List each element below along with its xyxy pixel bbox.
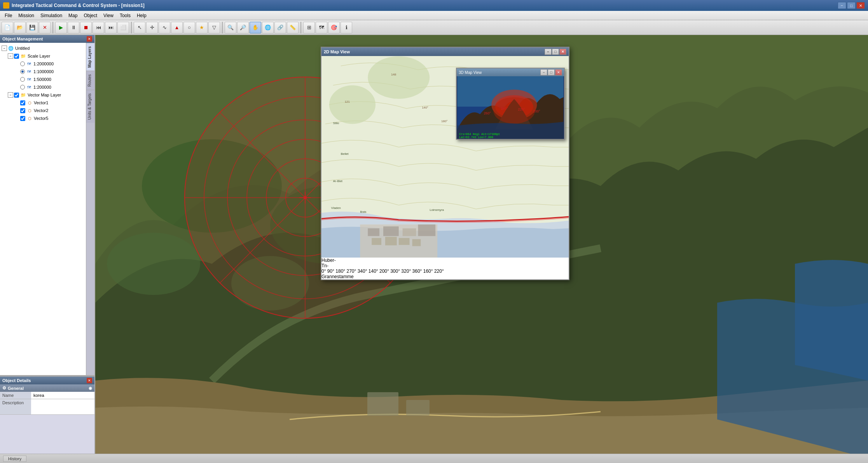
vector1-check[interactable] xyxy=(20,100,25,105)
cursor-button[interactable]: ↖ xyxy=(134,22,145,33)
vector5-node[interactable]: ⬡ Vector5 xyxy=(0,114,86,122)
vector2-node[interactable]: ⬡ Vector2 xyxy=(0,107,86,114)
scale-layer-expander[interactable]: − xyxy=(8,53,13,59)
svg-text:240°: 240° xyxy=(501,107,508,110)
minimize-button[interactable]: − xyxy=(838,2,846,9)
menu-map[interactable]: Map xyxy=(65,11,80,20)
tactical-maximize[interactable]: □ xyxy=(552,49,559,55)
scale-200000-label: 1:200000 xyxy=(33,85,51,89)
units-button[interactable]: ⊞ xyxy=(303,22,315,33)
svg-text:Vladen: Vladen xyxy=(331,206,341,210)
map-area[interactable]: 2D Map View − □ ✕ 3D Map View − xyxy=(95,35,868,454)
delete-button[interactable]: ✕ xyxy=(39,22,51,33)
map3d-minimize[interactable]: − xyxy=(540,69,547,75)
layer-200000-icon: 🗺 xyxy=(26,84,32,90)
scale-1000000-node[interactable]: 🗺 1:1000000 xyxy=(0,68,86,75)
menu-simulation[interactable]: Simulation xyxy=(37,11,65,20)
line-button[interactable]: ∿ xyxy=(159,22,170,33)
object-management-title: Object Management ✕ xyxy=(0,35,94,43)
save-button[interactable]: 💾 xyxy=(26,22,38,33)
circle-button[interactable]: ○ xyxy=(183,22,195,33)
rewind-button[interactable]: ⏮ xyxy=(93,22,104,33)
title-bar: Integrated Tactical Command & Control Sy… xyxy=(0,0,868,11)
ruler-button[interactable]: 📏 xyxy=(287,22,299,33)
tactical-window-title[interactable]: 2D Map View − □ ✕ xyxy=(321,47,569,56)
stop-button[interactable]: ⏹ xyxy=(80,22,92,33)
tactical-overlay-window[interactable]: 2D Map View − □ ✕ 3D Map View − xyxy=(321,47,569,280)
pause-button[interactable]: ⏸ xyxy=(68,22,79,33)
vector2-check[interactable] xyxy=(20,108,25,113)
star-button[interactable]: ★ xyxy=(196,22,208,33)
vector1-label: Vector1 xyxy=(34,100,48,105)
menu-file[interactable]: File xyxy=(2,11,15,20)
svg-text:Brats: Brats xyxy=(360,210,367,213)
svg-rect-44 xyxy=(385,237,397,246)
description-field-value xyxy=(31,399,94,415)
menu-help[interactable]: Help xyxy=(134,11,150,20)
map3d-window[interactable]: 3D Map View − □ ✕ xyxy=(456,68,565,140)
menu-bar: File Mission Simulation Map Object View … xyxy=(0,11,868,20)
vector-folder-icon: 📁 xyxy=(20,92,26,98)
vector-layer-check[interactable] xyxy=(14,93,19,98)
scale-1000000-radio[interactable] xyxy=(20,69,25,74)
new-button[interactable]: 📄 xyxy=(2,22,13,33)
cross-button[interactable]: ✛ xyxy=(146,22,158,33)
menu-object[interactable]: Object xyxy=(80,11,100,20)
scale-layer-check[interactable] xyxy=(14,54,19,59)
tab-units-targets[interactable]: Units & Targets xyxy=(86,90,94,123)
pan-button[interactable]: ✋ xyxy=(250,22,261,33)
measure-button[interactable]: ▲ xyxy=(171,22,183,33)
tab-map-layers[interactable]: Map Layers xyxy=(86,43,94,71)
info-button[interactable]: ℹ xyxy=(341,22,352,33)
globe-button[interactable]: 🌐 xyxy=(262,22,274,33)
tree-root[interactable]: − 🌐 Untitled xyxy=(0,44,86,52)
scale-500000-label: 1:500000 xyxy=(33,77,51,82)
object-details-close[interactable]: ✕ xyxy=(87,378,92,383)
vector5-check[interactable] xyxy=(20,116,25,121)
menu-view[interactable]: View xyxy=(100,11,117,20)
vector1-node[interactable]: ⬡ Vector1 xyxy=(0,99,86,107)
object-management-close[interactable]: ✕ xyxy=(87,36,92,42)
zoom-out-button[interactable]: 🔎 xyxy=(237,22,249,33)
toolbar: 📄 📂 💾 ✕ ▶ ⏸ ⏹ ⏮ ⏭ ⬜ ↖ ✛ ∿ ▲ ○ ★ ▽ 🔍 🔎 ✋ … xyxy=(0,20,868,35)
root-expander[interactable]: − xyxy=(2,46,7,51)
vector-layer-node[interactable]: − 📁 Vector Map Layer xyxy=(0,91,86,99)
record-button[interactable]: ⬜ xyxy=(117,22,129,33)
section-expand-icon[interactable]: ◉ xyxy=(89,386,92,390)
menu-tools[interactable]: Tools xyxy=(117,11,134,20)
tactical-map-content[interactable]: 3D Map View − □ ✕ xyxy=(321,56,569,258)
scale-200000-radio[interactable] xyxy=(20,85,25,89)
link-button[interactable]: 🔗 xyxy=(274,22,286,33)
play-button[interactable]: ▶ xyxy=(55,22,67,33)
tactical-close[interactable]: ✕ xyxy=(559,49,566,55)
target-button[interactable]: 🎯 xyxy=(328,22,340,33)
zoom-in-button[interactable]: 🔍 xyxy=(225,22,236,33)
map3d-close[interactable]: ✕ xyxy=(555,69,562,75)
svg-text:148: 148 xyxy=(391,73,396,76)
object-tree[interactable]: − 🌐 Untitled − 📁 Scale Layer xyxy=(0,43,86,375)
scale-layer-node[interactable]: − 📁 Scale Layer xyxy=(0,52,86,60)
vector-layer-expander[interactable]: − xyxy=(8,92,13,98)
open-button[interactable]: 📂 xyxy=(14,22,26,33)
map3d-title[interactable]: 3D Map View − □ ✕ xyxy=(457,68,564,76)
close-button[interactable]: ✕ xyxy=(856,2,865,9)
route-button[interactable]: 🗺 xyxy=(316,22,327,33)
svg-point-19 xyxy=(304,196,307,199)
scale-500000-node[interactable]: 🗺 1:500000 xyxy=(0,75,86,83)
svg-text:200°: 200° xyxy=(533,109,540,113)
scale-2000000-label: 1:2000000 xyxy=(33,61,54,66)
satellite-map[interactable]: 2D Map View − □ ✕ 3D Map View − xyxy=(95,35,868,454)
maximize-button[interactable]: □ xyxy=(847,2,856,9)
scale-500000-radio[interactable] xyxy=(20,77,25,82)
scale-2000000-radio[interactable] xyxy=(20,61,25,66)
tab-routes[interactable]: Routes xyxy=(86,71,94,90)
map3d-maximize[interactable]: □ xyxy=(548,69,555,75)
scale-2000000-node[interactable]: 🗺 1:2000000 xyxy=(0,60,86,68)
forward-button[interactable]: ⏭ xyxy=(105,22,117,33)
history-tab[interactable]: History xyxy=(3,456,26,462)
menu-mission[interactable]: Mission xyxy=(15,11,37,20)
map3d-controls: − □ ✕ xyxy=(540,69,562,75)
scale-200000-node[interactable]: 🗺 1:200000 xyxy=(0,83,86,91)
tactical-minimize[interactable]: − xyxy=(545,49,552,55)
filter-button[interactable]: ▽ xyxy=(208,22,220,33)
